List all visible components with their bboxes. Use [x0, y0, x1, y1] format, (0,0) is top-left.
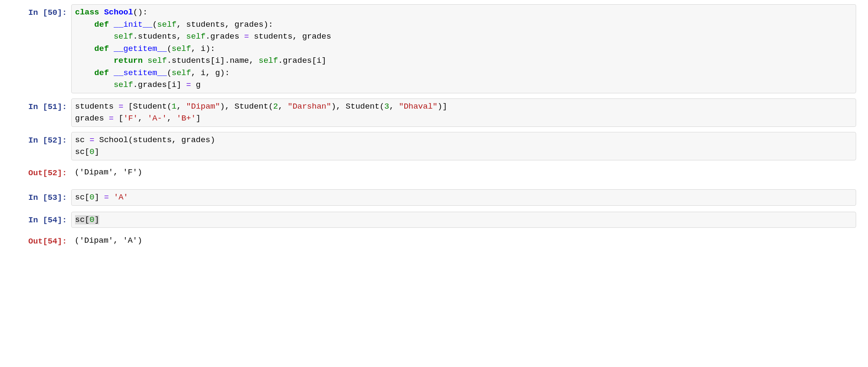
prompt-label: In [51]:: [28, 102, 67, 112]
code-input-area[interactable]: sc[0] = 'A': [71, 189, 856, 206]
code-content[interactable]: students = [Student(1, "Dipam"), Student…: [75, 101, 852, 125]
code-cell: In [50]:class School(): def __init__(sel…: [12, 4, 856, 93]
input-prompt: In [50]:: [12, 4, 71, 22]
prompt-label: In [50]:: [28, 8, 67, 17]
prompt-label: In [52]:: [28, 136, 67, 145]
code-content[interactable]: sc[0]: [75, 214, 852, 226]
output-text: ('Dipam', 'A'): [75, 235, 853, 247]
code-content[interactable]: sc = School(students, grades) sc[0]: [75, 134, 852, 158]
code-input-area[interactable]: sc[0]: [71, 212, 856, 228]
code-input-area[interactable]: class School(): def __init__(self, stude…: [71, 4, 856, 93]
code-input-area[interactable]: students = [Student(1, "Dipam"), Student…: [71, 98, 856, 127]
input-prompt: In [54]:: [12, 212, 71, 229]
code-content[interactable]: sc[0] = 'A': [75, 191, 852, 204]
prompt-label: Out[54]:: [28, 237, 67, 246]
input-prompt: In [51]:: [12, 98, 71, 116]
code-content[interactable]: class School(): def __init__(self, stude…: [75, 6, 852, 91]
prompt-label: In [53]:: [28, 193, 67, 202]
code-cell: In [53]:sc[0] = 'A': [12, 189, 856, 207]
output-prompt: Out[52]:: [12, 165, 71, 182]
output-area: ('Dipam', 'F'): [71, 165, 856, 180]
code-input-area[interactable]: sc = School(students, grades) sc[0]: [71, 132, 856, 160]
output-area: ('Dipam', 'A'): [71, 233, 856, 249]
code-cell: In [54]:sc[0]: [12, 212, 856, 229]
output-prompt: Out[54]:: [12, 233, 71, 250]
output-cell: Out[52]:('Dipam', 'F'): [12, 165, 856, 182]
prompt-label: Out[52]:: [28, 168, 67, 178]
output-text: ('Dipam', 'F'): [75, 166, 853, 179]
input-prompt: In [52]:: [12, 132, 71, 149]
prompt-label: In [54]:: [28, 216, 67, 225]
code-cell: In [51]:students = [Student(1, "Dipam"),…: [12, 98, 856, 127]
output-cell: Out[54]:('Dipam', 'A'): [12, 233, 856, 250]
code-cell: In [52]:sc = School(students, grades) sc…: [12, 132, 856, 160]
input-prompt: In [53]:: [12, 189, 71, 207]
jupyter-notebook: In [50]:class School(): def __init__(sel…: [0, 0, 868, 271]
